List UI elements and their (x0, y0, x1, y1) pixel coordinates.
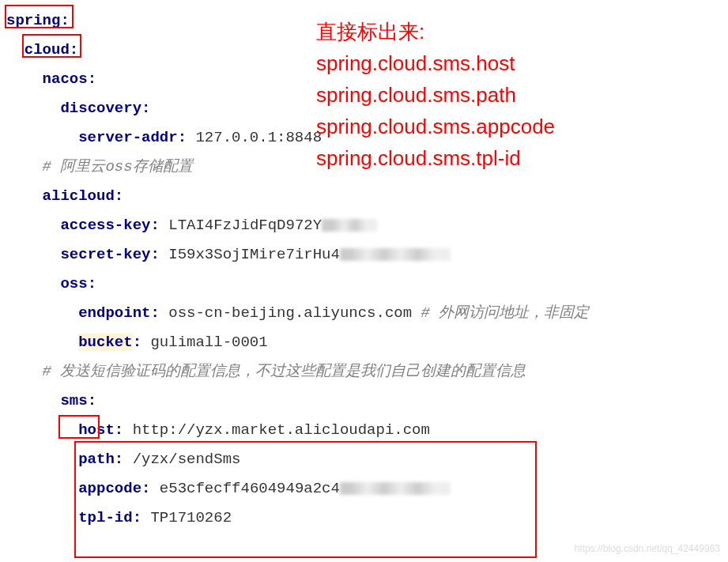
annotation-line-5: spring.cloud.sms.tpl-id (316, 142, 555, 174)
key-discovery: discovery (60, 100, 141, 117)
redacted-mask (322, 219, 377, 232)
annotation-overlay: 直接标出来: spring.cloud.sms.host spring.clou… (316, 16, 555, 174)
line-sms[interactable]: sms: (6, 387, 728, 416)
line-appcode[interactable]: appcode: e53cfecff4604949a2c4 (6, 474, 728, 504)
val-access-key: LTAI4FzJidFqD972Y (168, 217, 322, 234)
key-host: host (78, 421, 115, 439)
comment-endpoint: # 外网访问地址，非固定 (421, 304, 590, 322)
annotation-line-1: 直接标出来: (316, 16, 555, 47)
line-host[interactable]: host: http://yzx.market.alicloudapi.com (6, 416, 728, 445)
line-oss[interactable]: oss: (6, 270, 728, 299)
redacted-mask (340, 248, 451, 261)
annotation-line-4: spring.cloud.sms.appcode (316, 111, 555, 142)
line-access-key[interactable]: access-key: LTAI4FzJidFqD972Y (6, 211, 728, 240)
line-comment-sms[interactable]: # 发送短信验证码的配置信息，不过这些配置是我们自己创建的配置信息 (6, 357, 728, 387)
comment-oss: # 阿里云oss存储配置 (43, 158, 193, 175)
watermark-text: https://blog.csdn.net/qq_42449963 (575, 543, 720, 554)
key-endpoint: endpoint (78, 304, 150, 322)
line-secret-key[interactable]: secret-key: I59x3SojIMire7irHu4 (6, 240, 728, 270)
key-bucket: bucket (78, 334, 132, 351)
key-path: path (78, 451, 115, 468)
val-appcode: e53cfecff4604949a2c4 (160, 480, 340, 497)
line-tpl-id[interactable]: tpl-id: TP1710262 (6, 504, 728, 533)
val-host: http://yzx.market.alicloudapi.com (133, 421, 430, 439)
key-server-addr: server-addr (78, 129, 177, 146)
line-path[interactable]: path: /yzx/sendSms (6, 445, 728, 474)
key-secret-key: secret-key (60, 246, 150, 263)
key-appcode: appcode (78, 480, 141, 497)
redacted-mask (340, 482, 451, 495)
line-bucket[interactable]: bucket: gulimall-0001 (6, 328, 728, 357)
key-oss: oss (60, 275, 87, 292)
annotation-line-3: spring.cloud.sms.path (316, 79, 555, 111)
val-endpoint: oss-cn-beijing.aliyuncs.com (168, 304, 412, 322)
val-secret-key: I59x3SojIMire7irHu4 (168, 246, 340, 263)
val-path: /yzx/sendSms (133, 451, 241, 468)
val-bucket: gulimall-0001 (150, 334, 267, 351)
key-alicloud: alicloud (43, 187, 115, 205)
key-access-key: access-key (60, 217, 150, 234)
val-tpl-id: TP1710262 (150, 509, 232, 526)
key-cloud: cloud (25, 41, 70, 58)
key-tpl-id: tpl-id (78, 509, 132, 526)
line-endpoint[interactable]: endpoint: oss-cn-beijing.aliyuncs.com # … (6, 299, 728, 328)
annotation-line-2: spring.cloud.sms.host (316, 47, 555, 79)
comment-sms: # 发送短信验证码的配置信息，不过这些配置是我们自己创建的配置信息 (43, 363, 526, 380)
val-server-addr: 127.0.0.1:8848 (195, 129, 322, 146)
key-nacos: nacos (43, 70, 88, 88)
line-alicloud[interactable]: alicloud: (6, 182, 728, 211)
key-spring: spring (6, 12, 60, 29)
key-sms: sms (60, 392, 87, 409)
